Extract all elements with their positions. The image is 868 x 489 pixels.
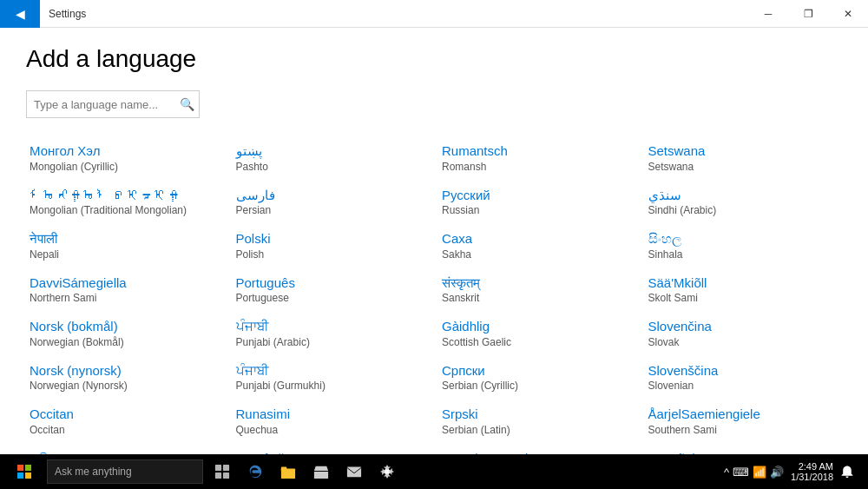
svg-rect-10: [281, 467, 286, 471]
time-display: 2:49 AM: [791, 461, 833, 472]
language-english-name: Romansh: [442, 161, 633, 173]
restore-button[interactable]: ❐: [788, 0, 828, 28]
list-item[interactable]: DavviSámegiella Northern Sami: [26, 268, 224, 312]
language-english-name: Scottish Gaelic: [442, 336, 633, 348]
language-native-name: नेपाली: [30, 230, 220, 248]
search-box[interactable]: 🔍: [26, 90, 200, 118]
language-native-name: ÅarjelSaemiengiele: [648, 406, 839, 423]
language-english-name: Sinhala: [648, 248, 839, 261]
list-item[interactable]: ଓଡ଼ିଆ Odia: [26, 443, 224, 455]
list-item[interactable]: Српски Serbian (Cyrillic): [438, 355, 636, 400]
clock[interactable]: 2:49 AM 1/31/2018: [791, 461, 833, 482]
list-item[interactable]: සිංහල Sinhala: [645, 223, 843, 268]
list-item[interactable]: ਪੰਜਾਬੀ Punjabi (Arabic): [233, 311, 431, 355]
language-native-name: Монгол Хэл: [30, 142, 220, 160]
language-native-name: Русский: [442, 187, 633, 204]
language-english-name: Serbian (Latin): [442, 424, 633, 436]
svg-rect-2: [17, 472, 23, 479]
title-bar: ◀ Settings ─ ❐ ✕: [0, 0, 868, 28]
list-item[interactable]: Polski Polish: [233, 223, 431, 268]
language-native-name: Slovenščina: [648, 362, 839, 380]
language-english-name: Skolt Sami: [648, 292, 839, 304]
list-item[interactable]: Srpski Serbian (Latin): [438, 399, 636, 443]
list-item[interactable]: ᠮᠣᠩᠭᠣᠯ ᠪᠢᠴᠢᠭ᠌ Mongolian (Traditional Mon…: [26, 180, 224, 224]
language-native-name: Occitan: [30, 406, 220, 423]
main-content: Add a language 🔍 Монгол Хэл Mongolian (C…: [0, 28, 868, 454]
list-item[interactable]: Sesotho sa Leboa Sesotho sa Leboa: [438, 443, 636, 455]
taskview-button[interactable]: [208, 454, 236, 489]
settings-button[interactable]: [373, 454, 401, 489]
list-item[interactable]: Runasimi Quechua: [233, 399, 431, 443]
taskbar-search[interactable]: Ask me anything: [47, 459, 203, 484]
svg-rect-3: [25, 472, 31, 479]
list-item[interactable]: Rumantsch Romansh: [438, 135, 636, 180]
list-item[interactable]: Português Portuguese: [233, 268, 431, 312]
list-item[interactable]: Slovenščina Slovenian: [645, 355, 843, 400]
svg-rect-7: [223, 472, 229, 479]
keyboard-icon[interactable]: ⌨: [733, 466, 749, 479]
language-native-name: संस्कृतम्: [442, 274, 633, 292]
list-item[interactable]: संस्कृतम् Sanskrit: [438, 268, 636, 312]
svg-rect-4: [215, 465, 221, 471]
language-native-name: සිංහල: [648, 230, 839, 248]
search-icon: 🔍: [180, 97, 194, 111]
language-english-name: Serbian (Cyrillic): [442, 380, 633, 392]
page-title: Add a language: [26, 45, 842, 73]
language-native-name: Norsk (nynorsk): [30, 362, 220, 380]
svg-rect-0: [17, 465, 23, 471]
notification-icon: [840, 465, 854, 479]
list-item[interactable]: Setswana Setswana: [645, 135, 843, 180]
settings-icon: [379, 464, 395, 479]
start-button[interactable]: [7, 454, 42, 489]
mail-icon: [346, 464, 362, 479]
language-native-name: Setswana: [648, 142, 839, 160]
list-item[interactable]: Română Romanian: [233, 443, 431, 455]
title-bar-left: ◀ Settings: [0, 0, 86, 28]
language-english-name: Polish: [236, 248, 427, 261]
list-item[interactable]: سنڌي Sindhi (Arabic): [645, 180, 843, 224]
list-item[interactable]: فارسی Persian: [233, 180, 431, 224]
window-title: Settings: [49, 8, 86, 20]
language-native-name: Runasimi: [236, 406, 427, 423]
language-english-name: Mongolian (Traditional Mongolian): [30, 204, 220, 216]
restore-icon: ❐: [804, 8, 813, 20]
list-item[interactable]: Русский Russian: [438, 180, 636, 224]
explorer-button[interactable]: [274, 454, 302, 489]
search-input[interactable]: [34, 98, 180, 111]
chevron-icon[interactable]: ^: [724, 466, 729, 479]
list-item[interactable]: Sää'Mkiõll Skolt Sami: [645, 268, 843, 312]
list-item[interactable]: Occitan Occitan: [26, 399, 224, 443]
list-item[interactable]: Монгол Хэл Mongolian (Cyrillic): [26, 135, 224, 180]
system-tray: ^ ⌨ 📶 🔊: [724, 466, 784, 479]
close-button[interactable]: ✕: [828, 0, 868, 28]
list-item[interactable]: ਪੰਜਾਬੀ Punjabi (Gurmukhi): [233, 355, 431, 400]
store-icon: [313, 464, 329, 479]
language-native-name: Српски: [442, 362, 633, 380]
list-item[interactable]: Саха Sakha: [438, 223, 636, 268]
list-item[interactable]: Gàidhlig Scottish Gaelic: [438, 311, 636, 355]
edge-button[interactable]: [241, 454, 269, 489]
list-item[interactable]: Español Spanish: [645, 443, 843, 455]
back-button[interactable]: ◀: [0, 0, 40, 28]
language-native-name: Slovenčina: [648, 318, 839, 335]
language-native-name: ᠮᠣᠩᠭᠣᠯ ᠪᠢᠴᠢᠭ᠌: [30, 187, 220, 204]
list-item[interactable]: Norsk (bokmål) Norwegian (Bokmål): [26, 311, 224, 355]
language-native-name: Norsk (bokmål): [30, 318, 220, 335]
list-item[interactable]: Norsk (nynorsk) Norwegian (Nynorsk): [26, 355, 224, 400]
list-item[interactable]: नेपाली Nepali: [26, 223, 224, 268]
date-display: 1/31/2018: [791, 472, 833, 482]
language-english-name: Setswana: [648, 161, 839, 173]
language-native-name: سنڌي: [648, 187, 839, 204]
notification-button[interactable]: [833, 454, 861, 489]
volume-icon[interactable]: 🔊: [770, 466, 784, 479]
language-english-name: Punjabi (Gurmukhi): [236, 380, 427, 392]
store-button[interactable]: [307, 454, 335, 489]
language-english-name: Russian: [442, 204, 633, 216]
network-icon[interactable]: 📶: [753, 466, 766, 479]
list-item[interactable]: Slovenčina Slovak: [645, 311, 843, 355]
language-english-name: Sakha: [442, 248, 633, 261]
list-item[interactable]: پښتو Pashto: [233, 135, 431, 180]
list-item[interactable]: ÅarjelSaemiengiele Southern Sami: [645, 399, 843, 443]
mail-button[interactable]: [340, 454, 368, 489]
minimize-button[interactable]: ─: [748, 0, 788, 28]
